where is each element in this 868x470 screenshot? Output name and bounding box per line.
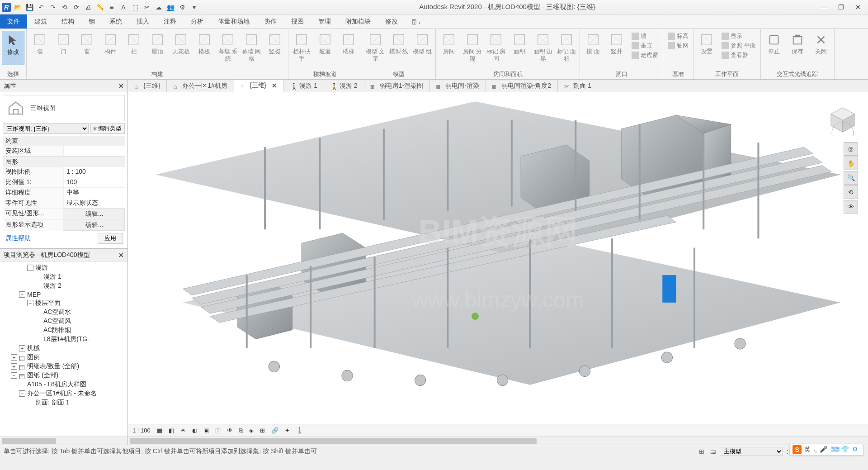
ribbon-btn-mullion[interactable]: 竖梃 xyxy=(264,31,286,64)
menu-tab-7[interactable]: 分析 xyxy=(184,14,211,28)
shadows-icon[interactable]: ◐ xyxy=(190,427,199,434)
prop-value[interactable] xyxy=(64,146,125,156)
ribbon-btn-floor[interactable]: 楼板 xyxy=(193,31,216,64)
ribbon-btn-component[interactable]: 构件 xyxy=(99,31,122,64)
ribbon-btn-areab[interactable]: 面积 边界 xyxy=(532,31,554,64)
menu-tab-13[interactable]: 修改 xyxy=(378,14,405,28)
tree-row[interactable]: AC空调风 xyxy=(1,317,127,326)
tree-row[interactable]: −MEP xyxy=(1,290,127,299)
ribbon-small-垂直[interactable]: 垂直 xyxy=(630,41,660,50)
canvas-hscroll[interactable] xyxy=(128,437,868,445)
edit-type-button[interactable]: ⎘ 编辑类型 xyxy=(90,123,125,134)
view-tab-0[interactable]: ⌂{三维} xyxy=(128,80,167,92)
ribbon-small-轴网[interactable]: 轴网 xyxy=(666,41,690,50)
ribbon-btn-roof[interactable]: 屋顶 xyxy=(146,31,169,64)
prop-value[interactable]: 中等 xyxy=(64,188,125,198)
ribbon-btn-area[interactable]: 面积 xyxy=(508,31,531,64)
detail-level-icon[interactable]: ▦ xyxy=(155,427,164,434)
qat-save-icon[interactable]: 💾 xyxy=(24,2,34,12)
workset-selector[interactable]: 主模型 xyxy=(720,447,783,456)
menu-tab-2[interactable]: 结构 xyxy=(54,14,81,28)
hide-isolate-icon[interactable]: 👁 xyxy=(225,427,235,434)
menu-tab-8[interactable]: 体量和场地 xyxy=(211,14,257,28)
qat-undo-icon[interactable]: ↶ xyxy=(36,2,46,12)
tree-toggle-icon[interactable]: + xyxy=(11,363,17,370)
ribbon-btn-window[interactable]: 窗 xyxy=(75,31,98,64)
ime-keyboard-icon[interactable]: ⌨ xyxy=(830,446,839,454)
tree-row[interactable]: +机械 xyxy=(1,344,127,353)
ribbon-small-显示[interactable]: 显示 xyxy=(720,32,758,41)
ribbon-btn-mline[interactable]: 模型 线 xyxy=(387,31,410,64)
apply-button[interactable]: 应用 xyxy=(98,233,123,244)
tree-toggle-icon[interactable]: − xyxy=(27,265,33,271)
view-tab-1[interactable]: ⌂办公一区1#机房 xyxy=(167,80,234,92)
ribbon-btn-railing[interactable]: 栏杆扶手 xyxy=(290,31,313,64)
view-tab-2[interactable]: ⌂{三维}✕ xyxy=(234,80,284,92)
type-selector[interactable]: 三维视图: {三维} xyxy=(3,123,89,134)
tree-toggle-icon[interactable]: + xyxy=(19,345,25,351)
tree-row[interactable]: +▤图例 xyxy=(1,353,127,362)
ribbon-btn-grid[interactable]: 幕墙 网格 xyxy=(240,31,263,64)
ribbon-small-参照 平面[interactable]: 参照 平面 xyxy=(720,41,758,50)
menu-tab-12[interactable]: 附加模块 xyxy=(338,14,378,28)
ribbon-btn-door[interactable]: 门 xyxy=(52,31,75,64)
ime-menu-icon[interactable]: ⚙ xyxy=(852,446,860,454)
qat-open-icon[interactable]: 📂 xyxy=(13,2,23,12)
prop-value[interactable]: 1 : 100 xyxy=(64,167,125,177)
highlight-icon[interactable]: ✦ xyxy=(283,427,292,434)
menu-tab-1[interactable]: 建筑 xyxy=(27,14,54,28)
ribbon-btn-stop[interactable]: 停止 xyxy=(763,31,785,64)
tree-row[interactable]: A105 - L8机房大样图 xyxy=(1,380,127,389)
ribbon-btn-cursor[interactable]: 修改 xyxy=(2,31,24,65)
tree-toggle-icon[interactable]: − xyxy=(19,291,25,298)
tree-row[interactable]: AC防排烟 xyxy=(1,326,127,335)
nav-wheel-icon[interactable]: ◎ xyxy=(844,142,858,156)
sun-path-icon[interactable]: ☀ xyxy=(179,427,188,434)
menu-tab-5[interactable]: 插入 xyxy=(129,14,156,28)
view-tab-8[interactable]: ✂剖面 1 xyxy=(558,80,598,92)
ribbon-btn-column[interactable]: 柱 xyxy=(123,31,145,64)
view-tab-5[interactable]: ◙弱电房1-渲染图 xyxy=(364,80,430,92)
constraints-icon[interactable]: 🔗 xyxy=(269,427,280,434)
menu-tab-9[interactable]: 协作 xyxy=(257,14,284,28)
ribbon-small-标高[interactable]: 标高 xyxy=(666,32,690,41)
scale-control[interactable]: 1 : 100 xyxy=(131,427,152,434)
nav-look-icon[interactable]: 👁 xyxy=(844,200,858,214)
tree-row[interactable]: −办公一区1#机房 - 未命名 xyxy=(1,389,127,398)
worksets-icon[interactable]: 🗂 xyxy=(708,448,718,455)
reveal-hidden-icon[interactable]: ◈ xyxy=(247,427,255,434)
tree-row[interactable]: −▤图纸 (全部) xyxy=(1,371,127,380)
menu-tab-6[interactable]: 注释 xyxy=(156,14,184,28)
tree-toggle-icon[interactable]: − xyxy=(11,372,17,379)
ribbon-small-墙[interactable]: 墙 xyxy=(630,32,660,41)
qat-cloud-icon[interactable]: ☁ xyxy=(154,2,164,12)
qat-collab-icon[interactable]: 👥 xyxy=(165,2,175,12)
ribbon-btn-wall[interactable]: 墙 xyxy=(28,31,51,64)
ribbon-btn-close[interactable]: 关闭 xyxy=(810,31,832,64)
prop-value[interactable]: 100 xyxy=(64,177,125,187)
view-tab-6[interactable]: ◙弱电间-渲染 xyxy=(430,80,486,92)
qat-dropdown-icon[interactable]: ▾ xyxy=(189,2,199,12)
menu-tab-3[interactable]: 钢 xyxy=(81,14,102,28)
ribbon-btn-curtain[interactable]: 幕墙 系统 xyxy=(217,31,239,64)
properties-help-link[interactable]: 属性帮助 xyxy=(3,232,33,245)
close-button[interactable]: ✕ xyxy=(850,2,866,13)
tree-row[interactable]: +▤明细表/数量 (全部) xyxy=(1,362,127,371)
nav-orbit-icon[interactable]: ⟲ xyxy=(844,185,858,199)
ribbon-btn-roomtag[interactable]: 标记 房间 xyxy=(485,31,507,64)
crop-visible-icon[interactable]: ◫ xyxy=(213,427,222,434)
ime-indicator[interactable]: S 英 ·, 🎤 ⌨ 👕 ⚙ xyxy=(789,444,863,456)
ribbon-small-老虎窗[interactable]: 老虎窗 xyxy=(630,51,660,60)
qat-text-icon[interactable]: A xyxy=(118,2,128,12)
temp-props-icon[interactable]: ⎘ xyxy=(237,427,245,434)
tree-row[interactable]: L8层1#机房(TG- xyxy=(1,335,127,344)
view-tab-4[interactable]: 🚶漫游 2 xyxy=(324,80,364,92)
prop-value[interactable]: 编辑... xyxy=(64,209,125,219)
qat-section-icon[interactable]: ✂ xyxy=(142,2,152,12)
visual-style-icon[interactable]: ◧ xyxy=(167,427,176,434)
ribbon-btn-mtext[interactable]: 模型 文字 xyxy=(364,31,387,64)
tree-row[interactable]: −楼层平面 xyxy=(1,299,127,308)
crop-view-icon[interactable]: ▣ xyxy=(202,427,211,434)
ribbon-btn-roomsep[interactable]: 房间 分隔 xyxy=(461,31,484,64)
prop-value[interactable]: 编辑... xyxy=(64,220,125,231)
